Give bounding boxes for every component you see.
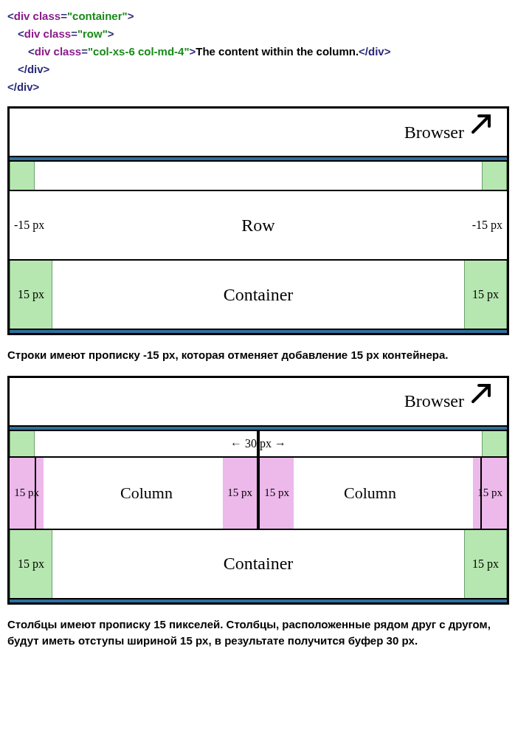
code-line-4: </div> [7, 61, 525, 78]
blue-divider [10, 598, 507, 602]
column-label: Column [344, 484, 396, 503]
container-pad-left: 15 px [10, 530, 52, 598]
arrow-up-right-icon [470, 382, 492, 408]
browser-band: Browser [10, 109, 507, 156]
code-snippet: <div class="container"> <div class="row"… [7, 7, 525, 96]
padding-block-left [10, 431, 35, 456]
arrow-right-icon: → [274, 437, 286, 450]
container-label: Container [224, 285, 294, 305]
container-top-padding-band [10, 160, 507, 190]
row-margin-right-label: -15 px [472, 219, 502, 232]
column-right: 15 px Column [258, 458, 482, 529]
code-line-5: </div> [7, 78, 525, 96]
column-label: Column [120, 484, 173, 503]
container-pad-right: 15 px [464, 530, 507, 598]
container-band: 15 px Container 15 px [10, 529, 507, 598]
explanation-columns: Столбцы имеют прописку 15 пикселей. Стол… [7, 616, 525, 650]
arrow-up-right-icon [470, 113, 492, 138]
padding-block-right [482, 162, 507, 190]
browser-band: Browser [10, 378, 507, 425]
column-left: Column 15 px [35, 458, 258, 529]
padding-block-right [482, 431, 507, 456]
code-line-1: <div class="container"> [7, 7, 525, 25]
row-label: Row [241, 216, 274, 236]
container-label: Container [224, 554, 294, 574]
columns-band: 15 px 15 px Column 15 px 15 px Column [10, 456, 507, 529]
container-pad-right: 15 px [464, 261, 507, 329]
code-line-2: <div class="row"> [7, 25, 525, 43]
browser-label: Browser [404, 123, 464, 142]
explanation-rows: Строки имеют прописку -15 px, которая от… [7, 347, 525, 364]
row-margin-left-label: -15 px [14, 219, 44, 232]
diagram-columns: Browser ← 30 px → 15 px 15 px Column 15 … [7, 376, 509, 605]
arrow-left-icon: ← [230, 437, 242, 450]
col-pad-inner-left: 15 px [223, 458, 257, 529]
row-band: -15 px Row -15 px [10, 190, 507, 259]
col-pad-inner-right: 15 px [260, 458, 294, 529]
browser-label: Browser [404, 391, 464, 411]
container-pad-left: 15 px [10, 261, 52, 329]
diagram-row-container: Browser -15 px Row -15 px 15 px Containe… [7, 106, 509, 335]
padding-block-left [10, 162, 35, 190]
blue-divider [10, 329, 507, 333]
container-band: 15 px Container 15 px [10, 259, 507, 329]
code-line-3: <div class="col-xs-6 col-md-4">The conte… [7, 43, 525, 61]
